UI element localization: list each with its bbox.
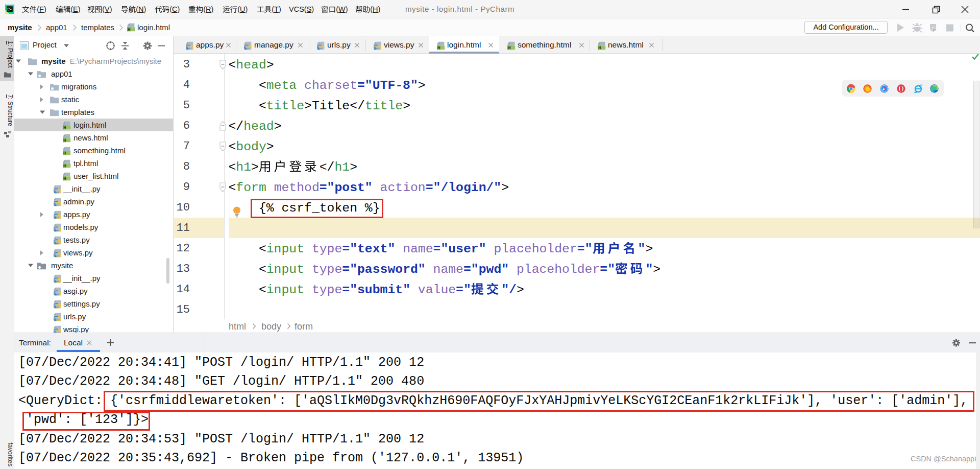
svg-text:H: H bbox=[63, 138, 66, 142]
svg-text:H: H bbox=[63, 176, 66, 180]
svg-text:H: H bbox=[63, 125, 66, 129]
svg-text:H: H bbox=[437, 46, 440, 50]
svg-text:H: H bbox=[63, 163, 66, 167]
svg-text:H: H bbox=[63, 151, 66, 154]
svg-text:H: H bbox=[128, 28, 130, 31]
svg-text:H: H bbox=[508, 46, 510, 50]
svg-text:H: H bbox=[598, 46, 601, 50]
svg-text:PC: PC bbox=[7, 7, 12, 10]
